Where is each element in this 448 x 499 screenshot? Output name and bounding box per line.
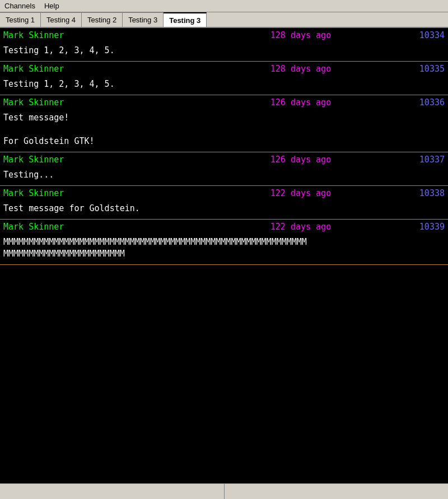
message-block: Mark Skinner128 days ago10335Testing 1, …: [0, 62, 448, 95]
message-body: Test message! For Goldstein GTK!: [0, 110, 448, 152]
status-right: [225, 484, 449, 499]
tab-testing2[interactable]: Testing 2: [82, 12, 123, 27]
message-header: Mark Skinner126 days ago10337: [0, 152, 448, 167]
sender-name: Mark Skinner: [3, 188, 202, 198]
tab-testing1[interactable]: Testing 1: [0, 12, 41, 27]
message-block: Mark Skinner126 days ago10336Test messag…: [0, 95, 448, 152]
message-body: Testing 1, 2, 3, 4, 5.: [0, 43, 448, 61]
message-body: Testing 1, 2, 3, 4, 5.: [0, 76, 448, 95]
timestamp: 126 days ago: [202, 97, 400, 108]
sender-name: Mark Skinner: [3, 222, 202, 232]
message-header: Mark Skinner128 days ago10335: [0, 62, 448, 76]
message-id: 10335: [400, 64, 445, 74]
message-id: 10339: [400, 222, 445, 232]
sender-name: Mark Skinner: [3, 64, 202, 74]
message-id: 10337: [400, 155, 445, 165]
sender-name: Mark Skinner: [3, 155, 202, 165]
message-block: Mark Skinner122 days ago10339MMMMMMMMMMM…: [0, 220, 448, 265]
menu-help[interactable]: Help: [40, 1, 64, 11]
status-left: [0, 484, 225, 499]
tab-testing4[interactable]: Testing 4: [41, 12, 82, 27]
message-block: Mark Skinner128 days ago10334Testing 1, …: [0, 28, 448, 62]
message-body: Testing...: [0, 167, 448, 185]
timestamp: 126 days ago: [202, 155, 400, 165]
message-body: MMMMMMMMMMMMMMMMMMMMMMMMMMMMMMMMMMMMMMMM…: [0, 234, 448, 264]
message-body: Test message for Goldstein.: [0, 200, 448, 219]
timestamp: 128 days ago: [202, 64, 400, 74]
message-block: Mark Skinner126 days ago10337Testing...: [0, 152, 448, 186]
message-header: Mark Skinner128 days ago10334: [0, 28, 448, 43]
sender-name: Mark Skinner: [3, 97, 202, 108]
message-block: Mark Skinner122 days ago10338Test messag…: [0, 186, 448, 220]
message-header: Mark Skinner126 days ago10336: [0, 95, 448, 110]
tab-bar: Testing 1 Testing 4 Testing 2 Testing 3 …: [0, 12, 448, 28]
sender-name: Mark Skinner: [3, 30, 202, 40]
message-header: Mark Skinner122 days ago10338: [0, 186, 448, 200]
timestamp: 122 days ago: [202, 188, 400, 198]
menu-bar: Channels Help: [0, 0, 448, 12]
message-id: 10334: [400, 30, 445, 40]
menu-channels[interactable]: Channels: [0, 1, 40, 11]
messages-area: Mark Skinner128 days ago10334Testing 1, …: [0, 28, 448, 265]
bottom-bar: [0, 483, 448, 499]
timestamp: 122 days ago: [202, 222, 400, 232]
tab-testing3-active[interactable]: Testing 3: [164, 12, 207, 27]
message-id: 10338: [400, 188, 445, 198]
message-header: Mark Skinner122 days ago10339: [0, 220, 448, 234]
timestamp: 128 days ago: [202, 30, 400, 40]
message-id: 10336: [400, 97, 445, 108]
tab-testing3-first[interactable]: Testing 3: [123, 12, 164, 27]
